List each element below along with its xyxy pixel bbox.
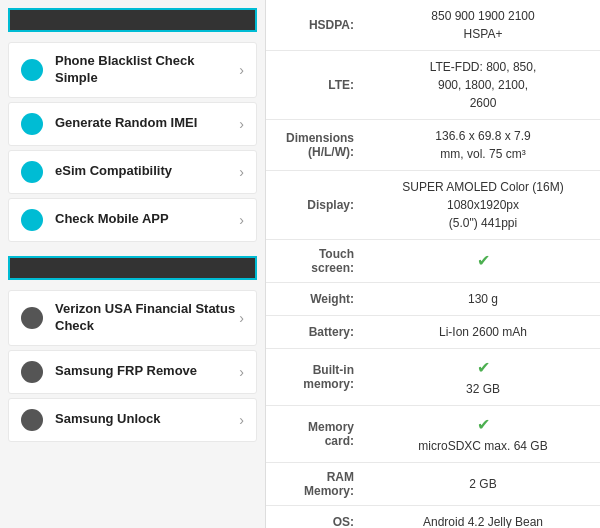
advanced-item-1[interactable]: Samsung FRP Remove ›	[8, 350, 257, 394]
item-dot	[21, 161, 43, 183]
spec-label: Weight:	[266, 283, 366, 316]
spec-value: Li-Ion 2600 mAh	[366, 316, 600, 349]
spec-label: Dimensions (H/L/W):	[266, 120, 366, 171]
spec-row: Touch screen:✔	[266, 240, 600, 283]
spec-row: LTE:LTE-FDD: 800, 850, 900, 1800, 2100, …	[266, 51, 600, 120]
spec-value: 2 GB	[366, 463, 600, 506]
basic-checks-list: Phone Blacklist Check Simple › Generate …	[0, 38, 265, 246]
chevron-icon: ›	[239, 164, 244, 180]
spec-row: Dimensions (H/L/W):136.6 x 69.8 x 7.9 mm…	[266, 120, 600, 171]
item-label: Generate Random IMEI	[55, 115, 235, 132]
spec-label: Memory card:	[266, 406, 366, 463]
spec-value: 136.6 x 69.8 x 7.9 mm, vol. 75 cm³	[366, 120, 600, 171]
item-label: Verizon USA Financial Status Check	[55, 301, 235, 335]
basic-item-2[interactable]: eSim Compatibility ›	[8, 150, 257, 194]
spec-value: SUPER AMOLED Color (16M) 1080x1920px (5.…	[366, 171, 600, 240]
spec-label: Display:	[266, 171, 366, 240]
spec-label: Touch screen:	[266, 240, 366, 283]
spec-value: Android 4.2 Jelly Bean	[366, 506, 600, 529]
advanced-checks-header	[8, 256, 257, 280]
spec-value: 130 g	[366, 283, 600, 316]
spec-label: Built-in memory:	[266, 349, 366, 406]
advanced-checks-list: Verizon USA Financial Status Check › Sam…	[0, 286, 265, 446]
spec-label: OS:	[266, 506, 366, 529]
item-label: Samsung FRP Remove	[55, 363, 235, 380]
checkmark-icon: ✔	[477, 416, 490, 433]
chevron-icon: ›	[239, 364, 244, 380]
right-panel: HSDPA:850 900 1900 2100 HSPA+LTE:LTE-FDD…	[265, 0, 600, 528]
chevron-icon: ›	[239, 212, 244, 228]
item-label: Samsung Unlock	[55, 411, 235, 428]
spec-label: Battery:	[266, 316, 366, 349]
chevron-icon: ›	[239, 116, 244, 132]
item-label: Phone Blacklist Check Simple	[55, 53, 235, 87]
spec-table: HSDPA:850 900 1900 2100 HSPA+LTE:LTE-FDD…	[266, 0, 600, 528]
item-dot	[21, 361, 43, 383]
spec-row: Memory card:✔microSDXC max. 64 GB	[266, 406, 600, 463]
spec-row: Weight:130 g	[266, 283, 600, 316]
spec-row: OS:Android 4.2 Jelly Bean	[266, 506, 600, 529]
spec-value: ✔32 GB	[366, 349, 600, 406]
advanced-item-2[interactable]: Samsung Unlock ›	[8, 398, 257, 442]
spec-row: Battery:Li-Ion 2600 mAh	[266, 316, 600, 349]
basic-item-0[interactable]: Phone Blacklist Check Simple ›	[8, 42, 257, 98]
spec-row: Built-in memory:✔32 GB	[266, 349, 600, 406]
chevron-icon: ›	[239, 412, 244, 428]
item-label: eSim Compatibility	[55, 163, 235, 180]
spec-value: ✔	[366, 240, 600, 283]
spec-row: RAM Memory:2 GB	[266, 463, 600, 506]
chevron-icon: ›	[239, 310, 244, 326]
spec-row: Display:SUPER AMOLED Color (16M) 1080x19…	[266, 171, 600, 240]
chevron-icon: ›	[239, 62, 244, 78]
advanced-item-0[interactable]: Verizon USA Financial Status Check ›	[8, 290, 257, 346]
spec-label: RAM Memory:	[266, 463, 366, 506]
spec-label: HSDPA:	[266, 0, 366, 51]
item-dot	[21, 409, 43, 431]
basic-item-1[interactable]: Generate Random IMEI ›	[8, 102, 257, 146]
spec-value: 850 900 1900 2100 HSPA+	[366, 0, 600, 51]
checkmark-icon: ✔	[477, 252, 490, 269]
basic-item-3[interactable]: Check Mobile APP ›	[8, 198, 257, 242]
spec-row: HSDPA:850 900 1900 2100 HSPA+	[266, 0, 600, 51]
item-dot	[21, 209, 43, 231]
left-panel: Phone Blacklist Check Simple › Generate …	[0, 0, 265, 528]
item-dot	[21, 59, 43, 81]
spec-value: LTE-FDD: 800, 850, 900, 1800, 2100, 2600	[366, 51, 600, 120]
spec-value: ✔microSDXC max. 64 GB	[366, 406, 600, 463]
item-label: Check Mobile APP	[55, 211, 235, 228]
basic-checks-header	[8, 8, 257, 32]
checkmark-icon: ✔	[477, 359, 490, 376]
item-dot	[21, 113, 43, 135]
spec-label: LTE:	[266, 51, 366, 120]
item-dot	[21, 307, 43, 329]
